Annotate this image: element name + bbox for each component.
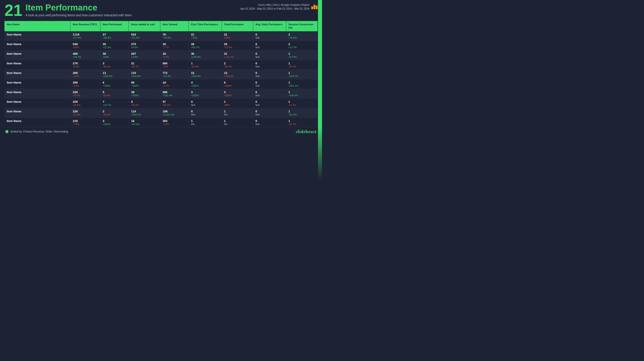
table-row: Item Name49K+34.2%39+56%267+0.8%1K-3.3%3… [4,50,318,60]
item-name-cell: Item Name [4,60,70,69]
table-cell: 1-92.9% [189,60,222,69]
item-name-cell: Item Name [4,117,70,127]
footer-left: Sorted by: Product Revenue, Order: Desce… [5,130,68,133]
item-name-cell: Item Name [4,31,70,41]
table-cell: 3+200% [222,89,253,98]
table-cell: 28+64.7% [189,41,222,50]
footer: Sorted by: Product Revenue, Order: Desce… [4,129,318,134]
table-cell: 35+12.9% [100,41,129,50]
table-cell: 684-15% [160,60,189,69]
table-cell: 1+229.7% [286,69,318,79]
table-cell: 30+130.8% [189,50,222,60]
table-cell: 3+200% [189,89,222,98]
header-left: 21 Item Performance A look at your well … [4,3,132,18]
table-cell: 0N/A [253,69,286,79]
table-cell: 1-71.1% [286,98,318,108]
table-row: Item Name54K-8.6%35+12.9%275+6.6%1K-7.7%… [4,41,318,50]
table-cell: 1K-3.3% [160,50,189,60]
table-cell: 1-31.7% [286,117,318,127]
table-cell: 7K+34.9% [160,31,189,41]
table-cell: 10% [222,117,253,127]
brand-line1: Acorn Hills | GA4 | Google Analytics Rep… [240,3,310,7]
col-header-total: Total Purchases [222,21,253,31]
table-cell: 21K-7.5% [70,117,100,127]
table-cell: 0N/A [253,41,286,50]
right-accent-bar [318,0,322,180]
table-row: Item Name22K-16.6%7+16.7%6-93.2%57-95.5%… [4,98,318,108]
table-cell: 4+300% [189,79,222,89]
table-cell: 533+61.5% [129,31,160,41]
table-cell: 0N/A [189,98,222,108]
col-header-item-name: Item Name [4,21,70,31]
header: 21 Item Performance A look at your well … [4,3,318,18]
sort-indicator-dot [5,130,8,133]
table-cell: 275+6.6% [129,41,160,50]
table-cell: 3-86.4% [100,60,129,69]
table-cell: 26K-6.2% [70,69,100,79]
header-brand: Acorn Hills | GA4 | Google Analytics Rep… [240,3,318,11]
table-cell: 29+70.6% [222,41,253,50]
sort-text: Sorted by: Product Revenue, Order: Desce… [10,130,68,133]
brand-logo: slidebeast [296,129,317,134]
table-cell: 39+56% [100,50,129,60]
table-cell: 21+75% [189,31,222,41]
table-cell: 1+351.1% [286,79,318,89]
table-cell: 13+333.3% [189,69,222,79]
table-row: Item Name26K-4.9%6+100%98+180%1K-8.7%4+3… [4,79,318,89]
table-cell: 2-86.7% [222,60,253,69]
table-cell: 0N/A [253,89,286,98]
table-cell: 2-93.3% [100,108,129,117]
table-cell: 111K+27.9% [70,31,100,41]
table-cell: 2+70.9% [286,31,318,41]
header-right: Acorn Hills | GA4 | Google Analytics Rep… [240,3,318,11]
data-table: Item Name Item Revenue (TRY) Item Purcha… [4,21,318,127]
table-cell: 21+50% [222,31,253,41]
table-cell: 267+0.8% [129,50,160,60]
table-cell: 886+191.4% [160,89,189,98]
table-cell: 10% [189,117,222,127]
table-cell: 54K-8.6% [70,41,100,50]
table-cell: 0N/A [253,79,286,89]
table-cell: 0N/A [253,108,286,117]
col-header-session: Session Conversion (%) [286,21,318,31]
col-header-avg: Avg. Daily Purchasers [253,21,286,31]
analytics-icon [311,5,318,9]
page-wrapper: 21 Item Performance A look at your well … [0,0,322,180]
table-cell: 1+57.8% [286,50,318,60]
col-header-revenue: Item Revenue (TRY) [70,21,100,31]
item-name-cell: Item Name [4,41,70,50]
table-cell: 5-84.4% [100,89,129,98]
table-cell: 49K+34.2% [70,50,100,60]
page-title: Item Performance [26,3,132,12]
table-cell: 0N/A [253,31,286,41]
table-cell: 1+21.4% [286,108,318,117]
table-cell: 27+58.8% [100,31,129,41]
table-cell: 1-80% [222,98,253,108]
table-cell: 303-7.6% [160,117,189,127]
table-header-row: Item Name Item Revenue (TRY) Item Purcha… [4,21,318,31]
table-row: Item Name26K-6.2%13+333.3%115+618.8%772+… [4,69,318,79]
table-cell: 13+333.3% [100,69,129,79]
table-cell: 10K+2,291.2% [160,108,189,117]
table-cell: 6-93.2% [129,98,160,108]
table-cell: 22K-16.6% [70,98,100,108]
page-subtitle: A look at your well performing items and… [26,13,132,17]
table-cell: 2+17.5% [286,41,318,50]
table-cell: 0N/A [253,117,286,127]
table-cell: 22K-18.3% [70,89,100,98]
table-cell: 772+22.3% [160,69,189,79]
table-cell: 1-74.1% [286,60,318,69]
table-cell: 7+16.7% [100,98,129,108]
table-cell: 0N/A [253,50,286,60]
item-name-cell: Item Name [4,79,70,89]
table-cell: 0N/A [253,98,286,108]
table-cell: 31+121.4% [222,50,253,60]
table-cell: 0N/A [253,60,286,69]
table-cell: 1K-8.7% [160,79,189,89]
item-name-cell: Item Name [4,89,70,98]
table-row: Item Name22K-13.9%2-93.3%114+418.2%10K+2… [4,108,318,117]
brand-line2: Apr 01 2024 - May 01 2024 vs Feb 01 2024… [240,7,310,11]
item-name-cell: Item Name [4,69,70,79]
table-cell: 114+418.2% [129,108,160,117]
table-cell: 57-95.5% [160,98,189,108]
